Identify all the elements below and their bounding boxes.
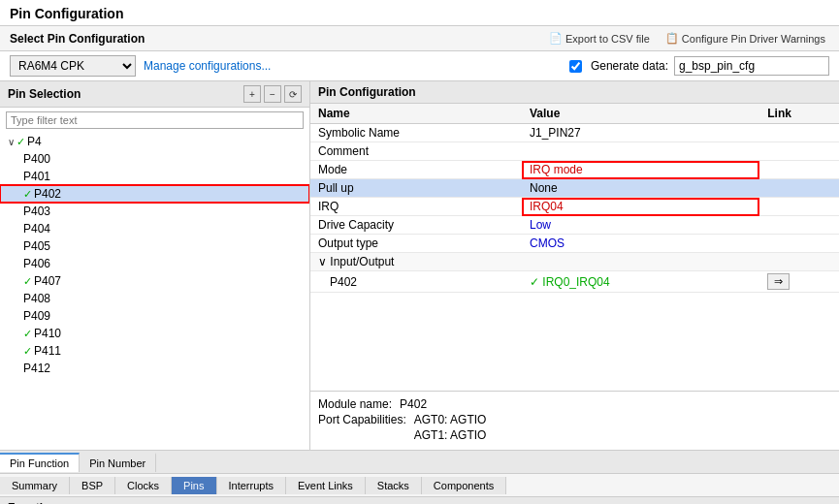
generate-data-input[interactable] xyxy=(674,56,829,76)
tree-item-p409[interactable]: P409 xyxy=(0,307,309,325)
output-type-value[interactable]: CMOS xyxy=(522,235,759,253)
col-name-header: Name xyxy=(310,104,522,124)
tree-label-p411: P411 xyxy=(34,344,61,358)
row-mode: Mode IRQ mode xyxy=(310,161,839,179)
filter-input[interactable] xyxy=(6,111,304,129)
tree-label-p409: P409 xyxy=(23,309,50,323)
port-cap-value-2: AGT1: AGTIO xyxy=(414,428,487,442)
toolbar: Select Pin Configuration 📄 Export to CSV… xyxy=(0,26,839,51)
row-p402-value: P402 ✓ IRQ0_IRQ04 ⇒ xyxy=(310,271,839,293)
nav-tab-clocks[interactable]: Clocks xyxy=(115,477,172,494)
drive-capacity-value[interactable]: Low xyxy=(522,216,759,235)
tree-label-p407: P407 xyxy=(34,274,61,288)
check-p410-icon: ✓ xyxy=(23,328,32,340)
left-panel: Pin Selection + − ⟳ ∨ ✓ P4 P400 xyxy=(0,81,310,450)
module-info: Module name: P402 Port Capabilities: AGT… xyxy=(310,391,839,450)
irq-value[interactable]: IRQ04 xyxy=(522,198,759,216)
tree-item-p407[interactable]: ✓ P407 xyxy=(0,272,309,290)
col-link-header: Link xyxy=(759,104,839,124)
comment-value[interactable] xyxy=(522,142,759,161)
manage-configurations-link[interactable]: Manage configurations... xyxy=(144,59,271,73)
tree-item-p4[interactable]: ∨ ✓ P4 xyxy=(0,133,309,150)
configure-warnings-button[interactable]: 📋 Configure Pin Driver Warnings xyxy=(662,30,829,47)
port-cap-value-1: AGT0: AGTIO xyxy=(414,413,487,426)
add-pin-button[interactable]: + xyxy=(243,85,261,103)
tree-item-p401[interactable]: P401 xyxy=(0,168,309,185)
drive-capacity-link xyxy=(759,216,839,235)
nav-tab-stacks[interactable]: Stacks xyxy=(366,477,422,494)
nav-tab-event-links[interactable]: Event Links xyxy=(286,477,366,494)
comment-label: Comment xyxy=(310,142,522,161)
tree-label-p4: P4 xyxy=(27,135,42,148)
pullup-link xyxy=(759,179,839,198)
irq-link xyxy=(759,198,839,216)
tree-label-p408: P408 xyxy=(23,292,50,305)
irq-label: IRQ xyxy=(310,198,522,216)
export-csv-label: Export to CSV file xyxy=(565,33,650,45)
generate-data-checkbox[interactable] xyxy=(569,60,582,73)
remove-pin-button[interactable]: − xyxy=(264,85,281,103)
p402-pin-label: P402 xyxy=(310,271,522,293)
pullup-value[interactable]: None xyxy=(522,179,759,198)
col-value-header: Value xyxy=(522,104,759,124)
config-left: RA6M4 CPK Manage configurations... xyxy=(10,55,271,77)
tree-label-p406: P406 xyxy=(23,257,50,270)
config-table: Name Value Link Symbolic Name J1_PIN27 C… xyxy=(310,104,839,293)
tree-label-p404: P404 xyxy=(23,222,50,236)
row-output-type: Output type CMOS xyxy=(310,235,839,253)
nav-tab-interrupts[interactable]: Interrupts xyxy=(217,477,286,494)
symbolic-name-value[interactable]: J1_PIN27 xyxy=(522,124,759,142)
pullup-label: Pull up xyxy=(310,179,522,198)
nav-tabs: Summary BSP Clocks Pins Interrupts Event… xyxy=(0,473,839,496)
tree-item-p412[interactable]: P412 xyxy=(0,360,309,377)
tree-label-p402: P402 xyxy=(34,187,61,201)
nav-tab-components[interactable]: Components xyxy=(422,477,506,494)
tree-label-p401: P401 xyxy=(23,170,50,183)
tree-item-p405[interactable]: P405 xyxy=(0,237,309,255)
row-comment: Comment xyxy=(310,142,839,161)
tab-pin-number[interactable]: Pin Number xyxy=(80,453,156,472)
tree-item-p410[interactable]: ✓ P410 xyxy=(0,325,309,342)
generate-data-label: Generate data: xyxy=(591,59,668,73)
row-irq: IRQ IRQ04 xyxy=(310,198,839,216)
tab-pin-function[interactable]: Pin Function xyxy=(0,453,80,472)
p402-arrow-button[interactable]: ⇒ xyxy=(767,273,790,290)
refresh-pin-button[interactable]: ⟳ xyxy=(284,85,302,103)
port-capabilities-row: Port Capabilities: AGT0: AGTIO xyxy=(318,413,831,426)
mode-value[interactable]: IRQ mode xyxy=(522,161,759,179)
export-csv-button[interactable]: 📄 Export to CSV file xyxy=(545,30,654,47)
select-pin-config-label: Select Pin Configuration xyxy=(10,32,145,46)
row-drive-capacity: Drive Capacity Low xyxy=(310,216,839,235)
p402-pin-link[interactable]: ⇒ xyxy=(759,271,839,293)
check-p4-icon: ✓ xyxy=(16,136,25,148)
tree-item-p408[interactable]: P408 xyxy=(0,290,309,307)
nav-tab-bsp[interactable]: BSP xyxy=(70,477,115,494)
nav-tab-pins[interactable]: Pins xyxy=(172,477,216,494)
module-name-value: P402 xyxy=(400,397,427,411)
tree-item-p411[interactable]: ✓ P411 xyxy=(0,342,309,360)
main-content: Pin Selection + − ⟳ ∨ ✓ P4 P400 xyxy=(0,81,839,450)
symbolic-name-label: Symbolic Name xyxy=(310,124,522,142)
output-type-link xyxy=(759,235,839,253)
page-title: Pin Configuration xyxy=(0,0,839,26)
mode-label: Mode xyxy=(310,161,522,179)
right-panel: Pin Configuration Name Value Link Symbol… xyxy=(310,81,839,450)
pin-tree: ∨ ✓ P4 P400 P401 ✓ P402 xyxy=(0,133,309,450)
configure-warnings-label: Configure Pin Driver Warnings xyxy=(682,33,825,45)
tree-item-p406[interactable]: P406 xyxy=(0,255,309,272)
configure-warnings-icon: 📋 xyxy=(665,32,679,45)
pin-selection-label: Pin Selection xyxy=(8,87,81,101)
tree-item-p402[interactable]: ✓ P402 xyxy=(0,185,309,203)
expand-input-output-icon[interactable]: ∨ xyxy=(318,255,327,268)
config-select[interactable]: RA6M4 CPK xyxy=(10,55,136,77)
tree-item-p404[interactable]: P404 xyxy=(0,220,309,237)
nav-tab-summary[interactable]: Summary xyxy=(0,477,70,494)
check-p411-icon: ✓ xyxy=(23,345,32,358)
tree-item-p403[interactable]: P403 xyxy=(0,203,309,220)
tree-label-p412: P412 xyxy=(23,362,50,375)
tree-label-p410: P410 xyxy=(34,327,61,340)
panel-header-icons: + − ⟳ xyxy=(243,85,302,103)
tree-item-p400[interactable]: P400 xyxy=(0,150,309,168)
check-p407-icon: ✓ xyxy=(23,275,32,288)
p402-pin-value[interactable]: ✓ IRQ0_IRQ04 xyxy=(522,271,759,293)
